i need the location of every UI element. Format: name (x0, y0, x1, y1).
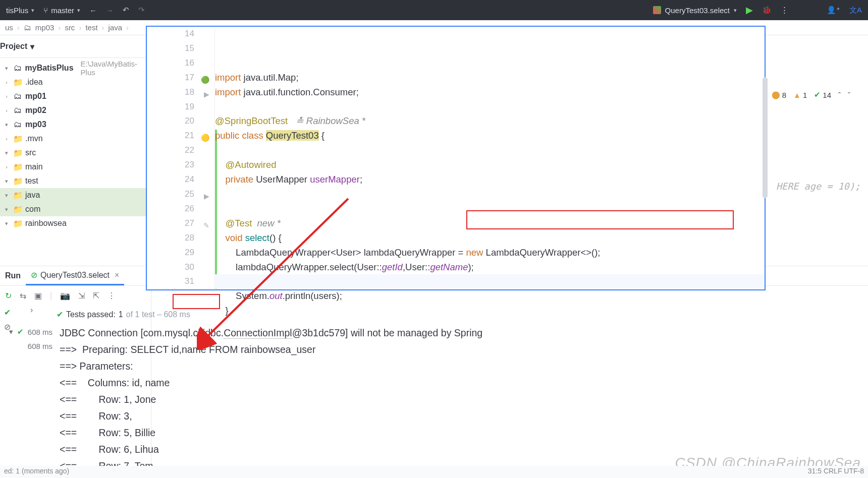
toggle-icon[interactable]: ⇆ (20, 291, 26, 301)
tree-item[interactable]: ›📁.mvn (0, 132, 151, 146)
test-icon: ⊘ (31, 270, 37, 280)
code-line[interactable]: System.out.println(users); (215, 289, 765, 304)
annotation-box (173, 294, 220, 309)
gutter-icon[interactable]: 🟡 (201, 131, 209, 145)
add-user-icon[interactable]: 👤⁺ (827, 6, 840, 15)
title-bar: tisPlus▾ ⑂master▾ ← → ↶ ↷ QueryTest03.se… (0, 0, 868, 20)
run-tool-tabbar: Run ⊘ QueryTest03.select × (0, 266, 151, 286)
gutter-icon[interactable]: ✎ (203, 218, 209, 233)
debug-icon[interactable]: 🐞 (762, 6, 772, 15)
console-line: <== Row: 5, Billie (60, 425, 865, 441)
config-icon (653, 6, 661, 14)
inspection-summary[interactable]: ⬤8 ▲1 ✔14 ˆˇ (772, 90, 850, 99)
code-line[interactable]: import java.util.Map; (215, 71, 765, 85)
check-icon: ✔ (57, 310, 63, 319)
nav-forward-icon[interactable]: → (106, 6, 114, 15)
code-line[interactable] (215, 100, 765, 114)
tree-item[interactable]: ▾📁test (0, 174, 151, 188)
code-line[interactable]: lambdaQueryWrapper.select(User::getId,Us… (215, 260, 765, 275)
chevron-down-icon: ▾ (77, 7, 80, 14)
gutter-icon[interactable]: 🟢 (201, 73, 209, 87)
tree-item[interactable]: ›🗂mp01 (0, 89, 151, 103)
git-branch[interactable]: ⑂master▾ (43, 6, 80, 15)
chevron-down-icon[interactable]: ˇ (848, 91, 850, 99)
code-line[interactable]: import java.util.function.Consumer; (215, 85, 765, 100)
error-icon: ⬤ (772, 90, 780, 99)
screenshot-icon[interactable]: 📷 (60, 291, 70, 301)
breadcrumb-item[interactable]: test (85, 23, 97, 32)
code-line[interactable] (215, 187, 765, 202)
code-line[interactable]: @Autowired (215, 158, 765, 172)
code-line[interactable]: @SpringBootTest ≛ RainbowSea * (215, 114, 765, 129)
code-line[interactable]: } (215, 304, 765, 318)
code-line[interactable]: private UserMapper userMapper; (215, 172, 765, 187)
run-config-selector[interactable]: QueryTest03.select▾ (653, 6, 737, 15)
code-line[interactable]: public class QueryTest03 { (215, 129, 765, 143)
branch-icon: ⑂ (43, 6, 48, 15)
code-line[interactable]: LambdaQueryWrapper<User> lambdaQueryWrap… (215, 246, 765, 260)
nav-back-icon[interactable]: ← (89, 6, 97, 15)
console-line: <== Row: 6, Lihua (60, 441, 865, 458)
tool-window-title[interactable]: Project▾ (0, 35, 151, 58)
gutter-icon[interactable]: ▶ (204, 87, 209, 102)
redo-icon[interactable]: ↷ (138, 6, 145, 15)
chevron-up-icon[interactable]: ˆ (838, 91, 841, 99)
undo-icon[interactable]: ↶ (123, 6, 129, 15)
tree-root[interactable]: ▾🗂 myBatisPlus E:\Java\MyBatis-Plus (0, 61, 151, 75)
console-line: <== Columns: id, name (60, 375, 865, 391)
breadcrumb-item[interactable]: src (65, 23, 75, 32)
project-tree[interactable]: ▾🗂 myBatisPlus E:\Java\MyBatis-Plus ›📁.i… (0, 58, 151, 230)
scrollbar-thumb[interactable] (763, 77, 768, 198)
caret-line (215, 274, 765, 289)
console-line: <== Row: 3, (60, 408, 865, 425)
gutter-icon[interactable]: ▶ (204, 189, 209, 204)
import-icon[interactable]: ⇲ (78, 291, 85, 301)
more-icon[interactable]: ⋮ (107, 291, 116, 301)
tree-item[interactable]: ▾📁com (0, 202, 151, 216)
close-icon[interactable]: × (115, 271, 119, 280)
code-line[interactable]: void select() { (215, 231, 765, 246)
status-bar: ed: 1 (moments ago)31:5 CRLF UTF-8 (0, 466, 868, 478)
project-menu[interactable]: tisPlus▾ (6, 6, 34, 15)
tree-item[interactable]: ›🗂mp02 (0, 103, 151, 117)
tree-item[interactable]: ›📁main (0, 160, 151, 174)
editor-card: 141516171819202122232425262728293031 🟢▶🟡… (146, 26, 766, 290)
tree-item[interactable]: ›📁.idea (0, 75, 151, 89)
export-icon[interactable]: ⇱ (93, 291, 99, 301)
chevron-down-icon[interactable]: ▾ (9, 327, 13, 336)
code-line[interactable] (215, 143, 765, 158)
run-tab[interactable]: ⊘ QueryTest03.select × (26, 266, 124, 285)
breadcrumb-item[interactable]: us (5, 23, 13, 32)
breadcrumb-item[interactable]: java (108, 23, 123, 32)
tree-item[interactable]: ▾📁rainbowsea (0, 216, 151, 230)
folder-icon: 🗂 (24, 23, 31, 32)
annotation-box (466, 210, 734, 229)
code-line[interactable] (215, 318, 765, 333)
run-icon[interactable]: ▶ (746, 5, 753, 16)
more-icon[interactable]: ⋮ (781, 6, 788, 15)
inline-hint: HERE age = 10); (776, 181, 860, 192)
chevron-down-icon: ▾ (734, 7, 737, 14)
tests-passed-bar: ✔ Tests passed: 1 of 1 test – 608 ms (57, 306, 190, 323)
console-line: <== Row: 1, Jone (60, 391, 865, 408)
tree-item[interactable]: ▾📁src (0, 146, 151, 160)
chevron-down-icon: ▾ (30, 42, 34, 51)
stop-icon[interactable]: ▣ (34, 291, 42, 301)
test-tree-times: ▾✔608 ms 608 ms (0, 325, 57, 353)
check-icon: ✔ (814, 90, 821, 99)
expand-icon[interactable]: › (30, 306, 33, 315)
run-toolwindow-label[interactable]: Run (0, 271, 26, 280)
check-icon: ✔ (17, 327, 24, 336)
tree-item[interactable]: ▾📁java (0, 188, 151, 202)
breadcrumb-item[interactable]: mp03 (35, 23, 55, 32)
check-pass-icon[interactable]: ✔ (4, 308, 11, 317)
tree-item[interactable]: ▾🗂mp03 (0, 117, 151, 132)
rerun-icon[interactable]: ↻ (5, 291, 12, 301)
chevron-down-icon: ▾ (31, 7, 34, 14)
code-editor[interactable]: import java.util.Map;import java.util.fu… (215, 27, 765, 289)
warning-icon: ▲ (793, 91, 801, 99)
editor-gutter: 141516171819202122232425262728293031 🟢▶🟡… (147, 27, 215, 289)
translate-icon[interactable]: 文A (849, 6, 862, 15)
